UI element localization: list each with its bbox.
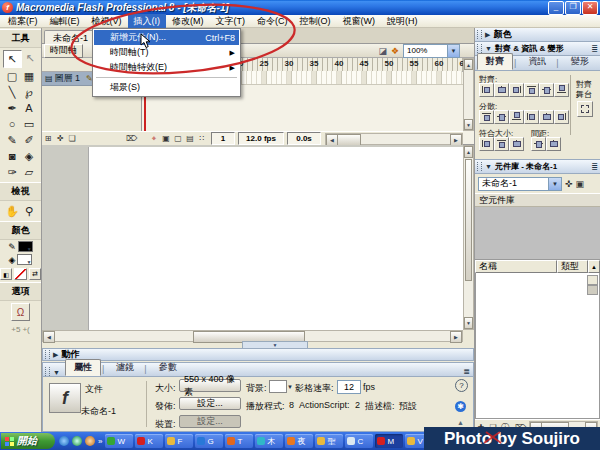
timeline-toggle-button[interactable]: 時間軸 xyxy=(44,44,83,58)
library-panel-header[interactable]: ▼ 元件庫 - 未命名-1 ≣ xyxy=(475,160,600,174)
smooth-option-icon[interactable]: +5 xyxy=(11,325,20,334)
align-6-button[interactable] xyxy=(554,83,569,97)
selection-tool-icon[interactable]: ↖ xyxy=(3,50,22,68)
help-icon[interactable]: ? xyxy=(455,379,468,392)
insert-menu-item[interactable]: 時間軸特效(E)▶ xyxy=(94,60,239,75)
line-tool-icon[interactable]: ╲ xyxy=(4,84,21,100)
align-3-button[interactable] xyxy=(509,83,524,97)
hand-tool-icon[interactable]: ✋ xyxy=(4,203,21,219)
collapse-arrow-icon[interactable]: ▼ xyxy=(53,369,60,376)
eyedropper-tool-icon[interactable]: ✑ xyxy=(4,164,21,180)
frame-cell[interactable] xyxy=(457,71,462,84)
library-item-list[interactable] xyxy=(475,273,600,419)
zoom-select[interactable]: 100% ▼ xyxy=(403,44,460,58)
stroke-color-swatch[interactable]: ▼ xyxy=(18,241,33,252)
collapse-arrow-icon[interactable]: ▼ xyxy=(485,45,492,52)
timeline-horizontal-scrollbar[interactable]: ◀ ▶ xyxy=(325,133,463,145)
minimize-button[interactable]: _ xyxy=(548,1,564,15)
taskbar-button-木[interactable]: 木 xyxy=(255,434,283,448)
start-button[interactable]: 開始 xyxy=(1,433,55,449)
match-size-3-button[interactable] xyxy=(509,137,524,151)
pin-library-icon[interactable]: ✜ xyxy=(565,179,573,189)
quicklaunch-chevron-icon[interactable]: » xyxy=(98,437,102,446)
align-tab-1[interactable]: 對齊 xyxy=(477,53,513,70)
expand-arrow-icon[interactable]: ▶ xyxy=(53,351,58,359)
menu-item-M[interactable]: 修改(M) xyxy=(166,14,210,29)
wide-view-toggle-icon[interactable] xyxy=(587,275,598,285)
panel-menu-icon[interactable]: ≣ xyxy=(591,44,598,53)
align-4-button[interactable] xyxy=(524,83,539,97)
menu-item-T[interactable]: 文字(T) xyxy=(210,14,252,29)
panel-menu-icon[interactable]: ≣ xyxy=(591,162,598,171)
snap-magnet-button[interactable]: Ω xyxy=(11,303,30,321)
align-2-button[interactable] xyxy=(494,83,509,97)
menu-item-H[interactable]: 說明(H) xyxy=(381,14,424,29)
restore-button[interactable]: ❐ xyxy=(565,1,581,15)
insert-menu-item[interactable]: 新增元件(N)...Ctrl+F8 xyxy=(94,30,239,45)
taskbar-button-F[interactable]: F xyxy=(165,434,193,448)
new-library-window-icon[interactable]: ▣ xyxy=(576,179,585,189)
stage-vertical-scrollbar[interactable]: ▲ ▼ xyxy=(463,145,474,330)
pen-tool-icon[interactable]: ✒ xyxy=(4,100,21,116)
taskbar-button-T[interactable]: T xyxy=(225,434,253,448)
select-dropdown-arrow[interactable]: ▼ xyxy=(548,178,561,190)
taskbar-button-K[interactable]: K xyxy=(135,434,163,448)
menu-item-F[interactable]: 檔案(F) xyxy=(2,14,44,29)
eraser-tool-icon[interactable]: ▱ xyxy=(21,164,38,180)
onion-skin-outlines-icon[interactable]: ▢ xyxy=(172,134,184,143)
panel-gripper[interactable] xyxy=(477,162,482,171)
no-color-button[interactable] xyxy=(14,268,26,280)
taskbar-button-M[interactable]: M xyxy=(375,434,403,448)
properties-tab-1[interactable]: 屬性 xyxy=(65,359,101,376)
panel-menu-icon[interactable]: ≣ xyxy=(463,367,470,376)
menu-item-O[interactable]: 控制(O) xyxy=(294,14,337,29)
pencil-tool-icon[interactable]: ✎ xyxy=(4,132,21,148)
oval-tool-icon[interactable]: ○ xyxy=(4,116,21,132)
align-5-button[interactable] xyxy=(539,83,554,97)
zoom-dropdown-arrow[interactable]: ▼ xyxy=(447,45,459,57)
properties-tab-3[interactable]: 參數 xyxy=(150,359,186,376)
menu-item-W[interactable]: 視窗(W) xyxy=(337,14,382,29)
ink-bottle-tool-icon[interactable]: ◙ xyxy=(4,148,21,164)
narrow-view-toggle-icon[interactable] xyxy=(587,285,598,295)
free-transform-tool-icon[interactable]: ▢ xyxy=(4,68,21,84)
panel-gripper[interactable] xyxy=(477,30,482,39)
lasso-tool-icon[interactable]: ℘ xyxy=(21,84,38,100)
insert-menu-item[interactable]: 場景(S) xyxy=(94,80,239,95)
library-document-select[interactable]: 未命名-1 ▼ xyxy=(478,177,562,191)
stage-canvas[interactable] xyxy=(88,147,463,330)
align-tab-2[interactable]: 資訊 xyxy=(519,53,555,70)
modify-onion-markers-icon[interactable]: ∷ xyxy=(196,134,208,143)
taskbar-button-G[interactable]: G xyxy=(195,434,223,448)
menu-item-E[interactable]: 編輯(E) xyxy=(44,14,86,29)
add-motion-guide-icon[interactable]: ✜ xyxy=(54,134,66,143)
taskbar-button-W[interactable]: W xyxy=(105,434,133,448)
straighten-option-icon[interactable]: +( xyxy=(22,325,29,334)
distribute-3-button[interactable] xyxy=(509,110,524,124)
menu-item-I[interactable]: 插入(I) xyxy=(128,14,167,29)
match-size-2-button[interactable] xyxy=(494,137,509,151)
space-2-button[interactable] xyxy=(546,137,561,151)
expand-arrow-icon[interactable]: ▶ xyxy=(485,31,490,39)
subselection-tool-icon[interactable]: ↖ xyxy=(22,50,39,66)
color-panel-header[interactable]: ▶ 顏色 xyxy=(475,28,600,42)
insert-menu-item[interactable]: 時間軸(T)▶ xyxy=(94,45,239,60)
delete-layer-icon[interactable]: ⌦ xyxy=(126,134,138,143)
align-1-button[interactable] xyxy=(479,83,494,97)
space-1-button[interactable] xyxy=(531,137,546,151)
text-tool-icon[interactable]: A xyxy=(21,100,38,116)
quicklaunch-ie-icon[interactable] xyxy=(59,436,69,446)
distribute-5-button[interactable] xyxy=(539,110,554,124)
quicklaunch-desktop-icon[interactable] xyxy=(72,436,82,446)
frame-rate-indicator[interactable]: 12.0 fps xyxy=(238,132,284,145)
device-settings-button[interactable]: 設定... xyxy=(179,415,241,428)
panel-gripper[interactable] xyxy=(45,367,50,376)
onion-skin-icon[interactable]: ▣ xyxy=(160,134,172,143)
insert-layer-folder-icon[interactable]: ❏ xyxy=(66,134,78,143)
paint-bucket-tool-icon[interactable]: ◈ xyxy=(21,148,38,164)
match-size-1-button[interactable] xyxy=(479,137,494,151)
swap-colors-button[interactable]: ⇄ xyxy=(29,268,41,280)
properties-tab-2[interactable]: 濾鏡 xyxy=(107,359,143,376)
edit-scene-icon[interactable]: ◪ xyxy=(378,46,387,56)
brush-tool-icon[interactable]: ✐ xyxy=(21,132,38,148)
